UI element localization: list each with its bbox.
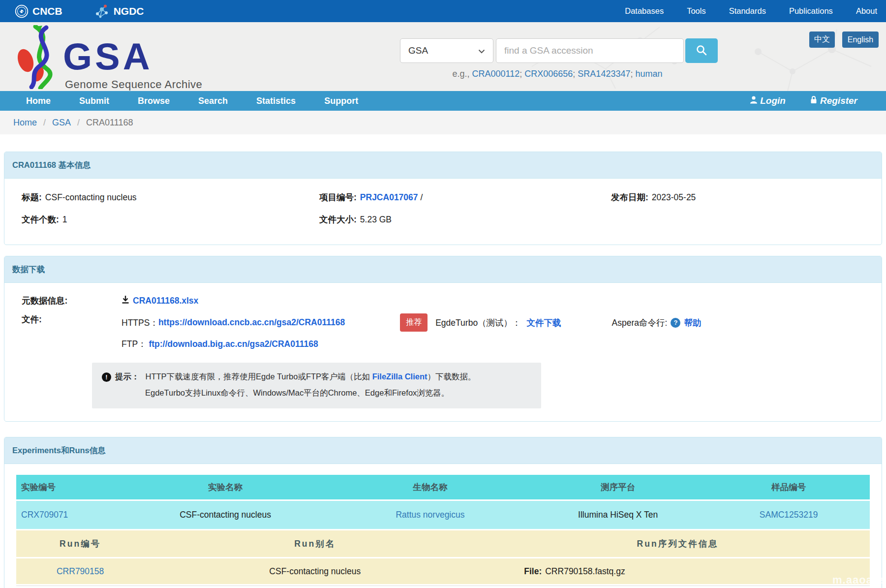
aspera-help-link[interactable]: 帮助 [684,317,701,329]
ngdc-brand[interactable]: NGDC [94,4,144,19]
main-nav: Home Submit Browse Search Statistics Sup… [0,91,886,111]
release-date-value: 2023-05-25 [652,192,696,202]
search-input[interactable] [496,38,684,63]
search-button[interactable] [685,38,718,63]
gsa-logo-title[interactable]: GSA [63,38,153,75]
basic-info-row-1: 标题:CSF-contacting nucleus 项目编号:PRJCA0170… [22,191,864,203]
run-table-header: Run编号 Run别名 Run序列文件信息 [16,530,870,557]
nav-support[interactable]: Support [310,91,372,111]
download-panel-title: 数据下载 [4,256,882,283]
project-accession-link[interactable]: PRJCA017067 [360,192,418,202]
filezilla-link[interactable]: FileZilla Client [372,372,428,381]
file-count-field: 文件个数:1 [22,214,319,225]
col-header-organism: 生物名称 [332,475,528,499]
lock-icon [809,95,818,107]
login-button[interactable]: Login [749,95,786,107]
file-count-label: 文件个数: [22,215,59,224]
aspera-label: Aspera命令行: [612,317,668,329]
nav-home[interactable]: Home [12,91,65,111]
download-tip-box: ! 提示： HTTP下载速度有限，推荐使用Egde Turbo或FTP客户端（比… [92,363,541,408]
experiments-body: 实验编号 实验名称 生物名称 测序平台 样品编号 CRX709071 CSF-c… [4,464,882,588]
ngdc-brand-label: NGDC [114,5,144,17]
example-link-crx[interactable]: CRX006656 [524,69,573,79]
breadcrumb-separator: / [43,118,46,128]
search-category-select[interactable]: GSA [400,38,493,63]
organism-link[interactable]: Rattus norvegicus [396,510,464,520]
metadata-xlsx-link[interactable]: CRA011168.xlsx [133,296,198,306]
run-file-name: CRR790158.fastq.gz [545,566,625,577]
topmenu-databases[interactable]: Databases [625,6,664,16]
example-link-human[interactable]: human [635,69,662,79]
nav-submit[interactable]: Submit [65,91,123,111]
https-download-link[interactable]: https://download.cncb.ac.cn/gsa2/CRA0111… [158,317,345,328]
metadata-row: 元数据信息: CRA011168.xlsx [22,295,864,307]
run-row: CRR790158 CSF-contacting nucleus File: C… [16,558,870,584]
gsa-dna-logo-icon[interactable] [15,25,65,91]
cncb-brand-label: CNCB [32,5,62,17]
top-bar: CNCB NGDC Databases Tools Standards Publ… [0,0,886,22]
chevron-down-icon [478,45,485,56]
help-question-icon[interactable]: ? [671,318,680,328]
col-header-run-alias: Run别名 [144,530,486,557]
breadcrumb-home[interactable]: Home [13,118,37,128]
col-header-run-accession: Run编号 [16,530,144,557]
col-header-run-files: Run序列文件信息 [486,530,870,557]
tip-line-1: ! 提示： HTTP下载速度有限，推荐使用Egde Turbo或FTP客户端（比… [102,371,531,382]
ftp-download-link[interactable]: ftp://download.big.ac.cn/gsa2/CRA011168 [149,339,318,349]
https-label: HTTPS： [122,317,158,329]
user-icon [749,95,758,107]
nav-search[interactable]: Search [184,91,242,111]
run-alias-cell: CSF-contacting nucleus [144,558,486,584]
platform-cell: Illumina HiSeq X Ten [528,501,707,529]
basic-info-panel-title: CRA011168 基本信息 [4,152,882,179]
egdeturbo-download-link[interactable]: 文件下载 [527,317,561,329]
release-date-field: 发布日期:2023-05-25 [611,191,864,203]
gsa-logo-subtitle: Genome Sequence Archive [65,78,202,91]
search-category-value: GSA [408,45,428,56]
project-field: 项目编号:PRJCA017067 / [319,191,611,203]
nav-statistics[interactable]: Statistics [242,91,310,111]
run-file-label: File: [524,566,542,577]
ftp-label: FTP： [122,338,147,350]
examples-prefix: e.g., [452,69,472,79]
topmenu-tools[interactable]: Tools [687,6,706,16]
run-file-cell: File: CRR790158.fastq.gz [486,558,870,584]
cncb-logo-icon [15,4,29,18]
sample-accession-link[interactable]: SAMC1253219 [760,510,818,520]
run-accession-link[interactable]: CRR790158 [57,566,104,577]
nav-browse[interactable]: Browse [123,91,184,111]
breadcrumb-separator: / [77,118,80,128]
login-label: Login [760,95,786,106]
topmenu-about[interactable]: About [856,6,877,16]
example-sep: ; [630,69,635,79]
recommended-badge: 推荐 [400,313,428,332]
language-zh-button[interactable]: 中文 [809,31,835,48]
example-link-sra[interactable]: SRA1423347 [578,69,630,79]
register-button[interactable]: Register [809,95,857,107]
topmenu-publications[interactable]: Publications [789,6,833,16]
tip-text-1: HTTP下载速度有限，推荐使用Egde Turbo或FTP客户端（比如 File… [146,371,476,382]
title-label: 标题: [22,192,42,202]
file-size-label: 文件大小: [319,215,357,224]
watermark: m.aaoads.c [832,574,886,587]
example-link-cra[interactable]: CRA000112 [472,69,520,79]
files-links: HTTPS： https://download.cncb.ac.cn/gsa2/… [122,313,864,350]
experiment-accession-link[interactable]: CRX709071 [21,510,68,520]
download-icon [122,295,129,307]
table-cutoff-strip [16,586,870,588]
files-label: 文件: [22,313,118,325]
tip-text-2: EgdeTurbo支持Linux命令行、Windows/Mac平台的Chrome… [145,388,531,399]
ngdc-logo-icon [94,4,110,19]
register-label: Register [820,95,857,106]
col-header-experiment-name: 实验名称 [119,475,332,499]
language-en-button[interactable]: English [842,31,879,48]
title-field: 标题:CSF-contacting nucleus [22,191,319,203]
basic-info-row-2: 文件个数:1 文件大小:5.23 GB [22,214,864,225]
cncb-brand[interactable]: CNCB [15,4,62,18]
https-line: HTTPS： https://download.cncb.ac.cn/gsa2/… [122,313,864,332]
file-size-field: 文件大小:5.23 GB [319,214,611,225]
topmenu-standards[interactable]: Standards [729,6,766,16]
breadcrumb-gsa[interactable]: GSA [52,118,71,128]
basic-info-body: 标题:CSF-contacting nucleus 项目编号:PRJCA0170… [4,179,882,225]
egdeturbo-label: EgdeTurbo（测试）： [435,317,520,329]
